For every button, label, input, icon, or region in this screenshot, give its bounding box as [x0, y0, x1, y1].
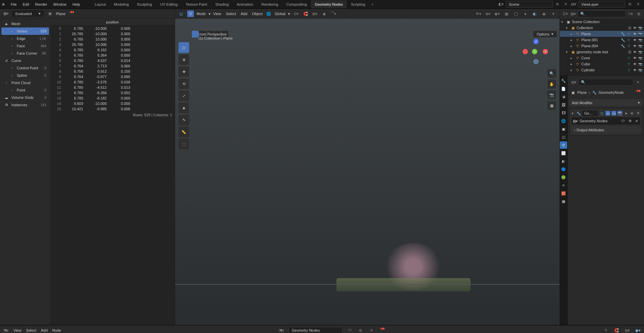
- gizmo-x-axis[interactable]: X: [543, 49, 548, 54]
- outliner-plane-001[interactable]: ▸▽Plane.001🔧▽👁📷: [560, 37, 644, 43]
- unlink-nodetree-icon[interactable]: ✕: [368, 327, 375, 333]
- props-tab-13[interactable]: ⚛: [560, 182, 567, 189]
- props-search[interactable]: 🔍: [579, 79, 633, 86]
- camera-icon[interactable]: 📷: [547, 90, 556, 99]
- props-editor-icon[interactable]: ▤▾: [571, 79, 577, 85]
- snap-icon[interactable]: 🧲: [302, 10, 309, 17]
- menu-window[interactable]: Window: [53, 2, 66, 6]
- mod-extras-icon[interactable]: ▾: [624, 111, 628, 116]
- snap-target-icon[interactable]: ⊞▾: [312, 10, 318, 17]
- node-tree-name-field[interactable]: Geometry Nodes: [289, 327, 342, 333]
- modifier-name-field[interactable]: Ge...: [582, 111, 598, 116]
- gizmo-z-axis[interactable]: Z: [533, 39, 539, 44]
- ne-menu-select[interactable]: Select: [26, 328, 37, 332]
- sel-mode-1-icon[interactable]: [192, 31, 199, 38]
- tab-compositing[interactable]: Compositing: [282, 0, 311, 8]
- tab-shading[interactable]: Shading: [211, 0, 233, 8]
- sp-domain-face[interactable]: ▫Face484: [1, 42, 49, 50]
- outliner-cylinder[interactable]: ▸▽Cylinder▽👁📷: [560, 67, 644, 73]
- node-editor-type-icon[interactable]: ⬔▾: [3, 327, 9, 333]
- orientation-label[interactable]: Global: [275, 12, 285, 16]
- mod-toggle-4-icon[interactable]: 📷: [618, 111, 622, 116]
- tab-texture-paint[interactable]: Texture Paint: [181, 0, 211, 8]
- outliner-new-collection-icon[interactable]: ⊞: [635, 10, 642, 17]
- tab-geometry-nodes[interactable]: Geometry Nodes: [311, 0, 347, 8]
- outliner-filter-icon[interactable]: ▽▾: [627, 10, 634, 17]
- mod-drag-icon[interactable]: ⠿: [636, 111, 640, 116]
- gizmos-icon[interactable]: ⊕▾: [484, 10, 491, 17]
- tab-uv-editing[interactable]: UV Editing: [156, 0, 181, 8]
- ne-menu-add[interactable]: Add: [41, 328, 48, 332]
- outliner-plane[interactable]: ▸▽Plane🔧▽👁📷: [560, 31, 644, 37]
- props-tab-8[interactable]: ⚙: [560, 141, 567, 149]
- shading-rendered-icon[interactable]: ◉: [541, 10, 547, 17]
- table-row[interactable]: 1510.421-9.9850.006: [50, 106, 175, 112]
- table-row[interactable]: 26.78510.0000.000: [50, 37, 175, 42]
- measure-tool[interactable]: 📏: [178, 127, 189, 137]
- props-tab-10[interactable]: ◐: [560, 157, 567, 165]
- spreadsheet-mode-dropdown[interactable]: Evaluated▾: [12, 10, 44, 17]
- scene-collection-row[interactable]: ▾▣ Scene Collection: [560, 19, 644, 25]
- new-viewlayer-icon[interactable]: ⧉: [627, 1, 633, 8]
- mod-toggle-2-icon[interactable]: ▭: [605, 111, 610, 116]
- ne-menu-view[interactable]: View: [13, 328, 21, 332]
- mod-toggle-3-icon[interactable]: ▭: [611, 111, 616, 116]
- shading-options-icon[interactable]: ▾: [550, 10, 557, 17]
- table-row[interactable]: 126.785-6.3580.002: [50, 90, 175, 95]
- viewport-canvas[interactable]: User Perspective (1) Collection | Plane …: [175, 19, 559, 325]
- new-nodetree-icon[interactable]: ⧉: [357, 327, 364, 333]
- outliner-display-icon[interactable]: ▤▾: [570, 10, 577, 17]
- table-row[interactable]: 326.78510.0000.000: [50, 42, 175, 47]
- gizmo-z-neg-axis[interactable]: [533, 59, 539, 64]
- table-row[interactable]: 66.7804.5370.014: [50, 58, 175, 63]
- vp-menu-view[interactable]: View: [213, 12, 221, 16]
- menu-help[interactable]: Help: [72, 2, 80, 6]
- sp-domain-spline[interactable]: ▫Spline0: [1, 72, 49, 79]
- sp-domain-mesh[interactable]: ◈Mesh: [1, 20, 49, 27]
- sp-domain-point-cloud[interactable]: ⁘Point Cloud: [1, 79, 49, 86]
- sp-domain-instances[interactable]: ⧉Instances142: [1, 101, 49, 109]
- shading-solid-icon[interactable]: ●: [522, 10, 529, 17]
- select-box-tool[interactable]: ◫: [178, 42, 189, 53]
- move-tool[interactable]: ✥: [178, 66, 189, 77]
- viewport-options-dropdown[interactable]: Options▾: [533, 31, 557, 37]
- outliner-plane-004[interactable]: ▸▽Plane.004🔧▽👁📷: [560, 43, 644, 49]
- props-tab-4[interactable]: 🎞: [560, 109, 567, 117]
- select-filter-icon[interactable]: ▽: [187, 10, 194, 17]
- add-modifier-dropdown[interactable]: Add Modifier▾: [569, 99, 643, 106]
- props-tab-12[interactable]: 🟢: [560, 174, 567, 181]
- overlays-icon[interactable]: ◉▾: [494, 10, 500, 17]
- add-workspace-icon[interactable]: +: [369, 1, 376, 8]
- modifier-expand-icon[interactable]: ▾: [572, 111, 575, 116]
- sp-domain-vertex[interactable]: ▫Vertex529: [1, 27, 49, 35]
- shading-wireframe-icon[interactable]: ◯: [513, 10, 519, 17]
- table-row[interactable]: 46.7858.1820.000: [50, 47, 175, 53]
- props-tab-0[interactable]: 🔧: [560, 77, 567, 84]
- proportional-falloff-icon[interactable]: ⁀▾: [330, 10, 337, 17]
- tab-modeling[interactable]: Modeling: [110, 0, 133, 8]
- pan-icon[interactable]: ✋: [547, 80, 556, 88]
- props-tab-6[interactable]: ▣: [560, 125, 567, 133]
- pivot-icon[interactable]: ⊙▾: [293, 10, 300, 17]
- outliner-editor-icon[interactable]: ☰▾: [562, 10, 569, 17]
- cursor-tool-icon[interactable]: ◱: [178, 10, 184, 17]
- blender-icon[interactable]: ◆: [0, 1, 7, 8]
- table-row[interactable]: 86.7560.9120.100: [50, 69, 175, 74]
- sp-domain-face-corner[interactable]: ▫Face Corner.9K: [1, 50, 49, 57]
- output-attributes-panel[interactable]: › Output Attributes: [572, 127, 640, 133]
- ne-menu-node[interactable]: Node: [52, 328, 61, 332]
- delete-viewlayer-icon[interactable]: ✕: [635, 1, 641, 8]
- scale-tool[interactable]: ⤢: [178, 90, 189, 101]
- ne-snap-icon[interactable]: 🧲: [613, 327, 620, 333]
- fake-user-toggle-icon[interactable]: 🛡: [346, 327, 353, 333]
- scene-name-field[interactable]: Scene: [506, 1, 553, 8]
- fake-user-icon[interactable]: 🛡: [621, 119, 626, 123]
- orientation-icon[interactable]: 🌐: [265, 10, 272, 17]
- props-tab-9[interactable]: ⬜: [560, 149, 567, 157]
- perspective-icon[interactable]: ▦: [547, 101, 556, 110]
- ne-overlays-icon[interactable]: ◉▾: [635, 327, 641, 333]
- outliner-cone[interactable]: ▸▽Cone▽👁📷: [560, 55, 644, 61]
- menu-render[interactable]: Render: [35, 2, 47, 6]
- table-row[interactable]: 148.603-10.0000.000: [50, 101, 175, 106]
- tab-animation[interactable]: Animation: [233, 0, 257, 8]
